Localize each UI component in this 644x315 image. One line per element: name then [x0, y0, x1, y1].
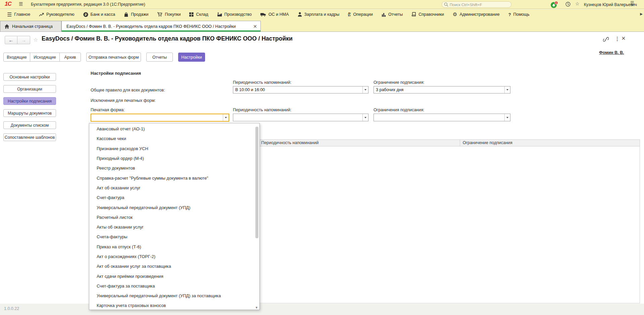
- history-icon[interactable]: [565, 1, 571, 7]
- sections-icon: ☰: [7, 11, 12, 18]
- chevron-down-icon: [506, 117, 508, 118]
- dropdown-item[interactable]: Акты об оказании услуг: [89, 222, 255, 232]
- dropdown-item[interactable]: Карточка учета страховых взносов: [89, 301, 255, 310]
- menu-item-pomosch[interactable]: ? Помощь: [504, 9, 534, 19]
- user-profile-link[interactable]: Фомин В. В.: [599, 50, 623, 55]
- get-link-icon[interactable]: [603, 37, 609, 42]
- dropdown-item[interactable]: Счет-фактура: [89, 193, 255, 202]
- dropdown-item[interactable]: Универсальный передаточный документ (УПД…: [89, 202, 255, 212]
- sidebar-item-document-routes[interactable]: Маршруты документов: [3, 109, 56, 117]
- dropdown-item[interactable]: Авансовый отчет (АО-1): [89, 124, 255, 134]
- reminder-frequency-combobox[interactable]: В 10:00 и 16:00: [233, 86, 368, 93]
- exceptions-label: Исключения для печатных форм:: [91, 98, 156, 103]
- sidebar-item-main-settings[interactable]: Основные настройки: [3, 73, 56, 81]
- page-title: EasyDocs / Фомин В. В. - Руководитель от…: [42, 35, 293, 42]
- dropdown-item[interactable]: Справка-расчет "Рублевые суммы документа…: [89, 173, 255, 183]
- print-form-label: Печатная форма:: [91, 108, 125, 112]
- app-version: 1.0.0.22: [4, 306, 19, 311]
- more-actions-icon[interactable]: ⋮: [615, 36, 620, 42]
- dropdown-item[interactable]: Приказ на отпуск (Т-6): [89, 242, 255, 252]
- favorites-icon[interactable]: ☆: [575, 1, 580, 6]
- forward-button[interactable]: →: [17, 36, 30, 44]
- 1c-logo-icon: 1С: [5, 1, 11, 7]
- sidebar-item-documents-list[interactable]: Документы списком: [3, 121, 56, 129]
- menu-item-operacii[interactable]: ДтКт Операции: [344, 9, 377, 19]
- combo-dropdown-button[interactable]: [362, 114, 368, 121]
- popup-scroll-down-icon[interactable]: ▼: [255, 306, 258, 309]
- combo-dropdown-button[interactable]: [362, 86, 368, 93]
- add-favorite-star-icon[interactable]: ☆: [33, 37, 38, 43]
- dropdown-item[interactable]: Приходный ордер (М-4): [89, 153, 255, 163]
- dropdown-item[interactable]: Расчетный листок: [89, 212, 255, 222]
- dropdown-item[interactable]: Признание расходов УСН: [89, 144, 255, 153]
- tab-close-icon[interactable]: ✕: [253, 24, 257, 29]
- window-titlebar: 1С ☰ Бухгалтерия предприятия, редакция 3…: [0, 0, 644, 9]
- signing-restriction-combobox[interactable]: 3 рабочих дня: [374, 86, 510, 93]
- chevron-down-icon: [506, 89, 508, 90]
- nav-button-send-print-forms[interactable]: Отправка печатных форм: [86, 53, 141, 62]
- dropdown-item[interactable]: Счета-фактуры: [89, 232, 255, 242]
- search-input[interactable]: [450, 3, 509, 7]
- settings-sidebar: Основные настройки Организации Настройки…: [3, 73, 56, 141]
- print-form-combobox-focused[interactable]: [91, 114, 229, 122]
- table-header-reminder[interactable]: Периодичность напоминаний: [258, 140, 460, 146]
- dropdown-item[interactable]: Акт о расхождениях (ТОРГ-2): [89, 252, 255, 261]
- dropdown-item[interactable]: Акт об оказании услуг: [89, 183, 255, 193]
- back-button[interactable]: ←: [5, 36, 17, 44]
- tab-home-page[interactable]: Начальная страница: [0, 21, 61, 32]
- menu-item-os-i-nma[interactable]: ОС и НМА: [256, 9, 293, 19]
- dropdown-list: Авансовый отчет (АО-1) Кассовые чеки При…: [89, 124, 255, 310]
- menu-item-prodazhi[interactable]: Продажи: [119, 9, 153, 19]
- notifications-icon[interactable]: 1: [550, 1, 558, 8]
- combo-dropdown-button[interactable]: [504, 114, 510, 121]
- app-title: Бухгалтерия предприятия, редакция 3.0 (1…: [31, 2, 145, 7]
- exception-reminder-combobox[interactable]: [233, 114, 368, 121]
- menu-item-bank-i-kassa[interactable]: ₽ Банк и касса: [79, 9, 120, 19]
- nav-button-archive[interactable]: Архив: [59, 53, 81, 62]
- section-title: Настройки подписания: [91, 71, 141, 76]
- main-menu-icon[interactable]: ☰: [19, 1, 23, 7]
- popup-scrollbar-thumb[interactable]: [255, 127, 258, 238]
- table-header-restriction[interactable]: Ограничение подписания: [460, 140, 640, 146]
- user-menu-icon[interactable]: ☰▼: [630, 1, 634, 7]
- menu-overflow-icon[interactable]: ▶: [640, 12, 643, 16]
- dropdown-item[interactable]: Универсальный передаточный документ (УПД…: [89, 291, 255, 301]
- menu-item-administrirovanie[interactable]: ⚙ Администрирование: [448, 9, 504, 19]
- close-form-icon[interactable]: ×: [622, 35, 626, 42]
- dropdown-item[interactable]: Акт сдачи приёмки произведения: [89, 271, 255, 281]
- exception-restriction-combobox[interactable]: [374, 114, 510, 121]
- menu-item-zarplata-i-kadry[interactable]: Зарплата и кадры: [293, 9, 344, 19]
- nav-button-incoming[interactable]: Входящие: [3, 53, 30, 62]
- menu-item-sklad[interactable]: Склад: [185, 9, 212, 19]
- nav-button-outgoing[interactable]: Исходящие: [30, 53, 60, 62]
- menu-item-glavnoe[interactable]: ☰ Главное: [3, 9, 35, 19]
- combo-dropdown-button[interactable]: [223, 114, 229, 121]
- combo-dropdown-button[interactable]: [504, 86, 510, 93]
- signing-restriction-label: Ограничение подписания:: [374, 80, 425, 85]
- dropdown-item[interactable]: Акт об оказании услуг за поставщика: [89, 261, 255, 271]
- barchart-icon: [382, 12, 386, 17]
- tab-home-label: Начальная страница: [12, 24, 53, 29]
- dropdown-item[interactable]: Реестр документов: [89, 163, 255, 173]
- sidebar-item-organizations[interactable]: Организации: [3, 85, 56, 93]
- global-search[interactable]: [442, 1, 511, 8]
- menu-item-proizvodstvo[interactable]: Производство: [213, 9, 256, 19]
- exception-reminder-label: Периодичность напоминаний:: [233, 108, 292, 112]
- book-icon: [411, 12, 416, 17]
- dropdown-item[interactable]: Кассовые чеки: [89, 134, 255, 143]
- sidebar-item-template-matching[interactable]: Сопоставление шаблонов: [3, 133, 56, 141]
- current-user[interactable]: Кузнецов Юрий Валерьевич: [584, 2, 637, 7]
- ruble-icon: ₽: [83, 12, 88, 17]
- nav-button-settings-active[interactable]: Настройки: [178, 53, 205, 62]
- bag-icon: [124, 12, 129, 17]
- menu-item-rukovoditelyu[interactable]: Руководителю: [35, 9, 79, 19]
- menu-item-spravochniki[interactable]: Справочники: [407, 9, 448, 19]
- dropdown-item[interactable]: Счет-фактура за поставщика: [89, 281, 255, 291]
- tab-active-label: EasyDocs / Фомин В. В. - Руководитель от…: [66, 24, 250, 29]
- sidebar-item-signing-settings[interactable]: Настройки подписания: [3, 97, 56, 105]
- tab-easydocs-settings[interactable]: EasyDocs / Фомин В. В. - Руководитель от…: [61, 21, 261, 32]
- chevron-down-icon: [225, 117, 227, 118]
- menu-item-pokupki[interactable]: Покупки: [153, 9, 185, 19]
- menu-item-otchety[interactable]: Отчеты: [377, 9, 407, 19]
- nav-button-reports[interactable]: Отчеты: [146, 53, 173, 62]
